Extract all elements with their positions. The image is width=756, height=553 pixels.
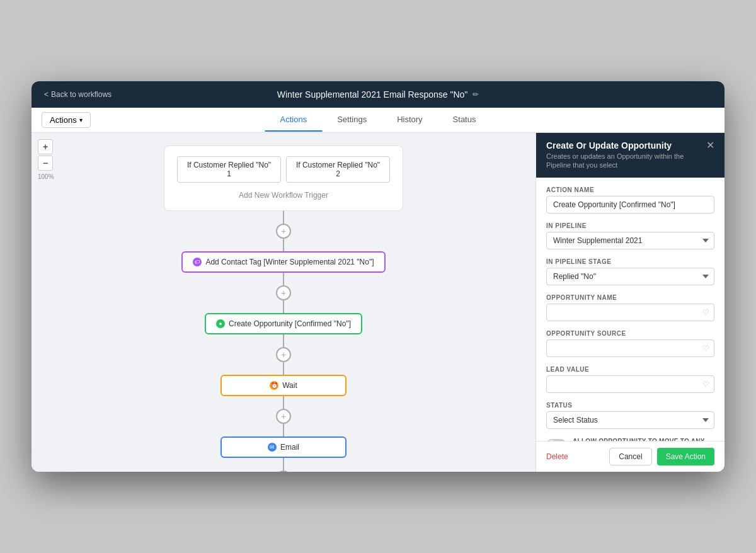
connector-4: + — [276, 396, 291, 436]
workflow-canvas: If Customer Replied "No" 1 If Customer R… — [32, 133, 536, 472]
panel-subtitle: Creates or updates an Opportunity within… — [546, 152, 706, 170]
connector-5: + — [276, 458, 291, 472]
connector-line — [283, 239, 284, 251]
in-pipeline-stage-select[interactable]: Replied "No" — [546, 268, 714, 285]
connector-line — [283, 458, 284, 470]
wait-node[interactable]: ⏰ Wait — [220, 375, 346, 396]
in-pipeline-label: IN PIPELINE — [546, 222, 714, 229]
zoom-level-label: 100% — [38, 173, 54, 180]
action-name-field-group: ACTION NAME — [546, 186, 714, 214]
panel-header-text: Create Or Update Opportunity Creates or … — [546, 140, 706, 170]
panel-footer: Delete Cancel Save Action — [536, 441, 724, 472]
opportunity-source-label: OPPORTUNITY SOURCE — [546, 330, 714, 337]
trigger-button-1[interactable]: If Customer Replied "No" 1 — [177, 156, 281, 183]
in-pipeline-field-group: IN PIPELINE Winter Supplemental 2021 — [546, 222, 714, 249]
panel-body: ACTION NAME IN PIPELINE Winter Supplemen… — [536, 178, 724, 441]
tab-bar: Actions Actions Settings History Status — [32, 108, 724, 133]
tabs-container: Actions Settings History Status — [265, 108, 491, 132]
lead-value-field-group: LEAD VALUE ♡ — [546, 366, 714, 393]
panel-header: Create Or Update Opportunity Creates or … — [536, 133, 724, 178]
opportunity-name-input[interactable] — [546, 304, 714, 321]
tag-node[interactable]: 🏷 Add Contact Tag [Winter Supplemental 2… — [181, 251, 385, 273]
email-icon: ✉ — [268, 443, 277, 452]
save-action-button[interactable]: Save Action — [657, 448, 714, 465]
status-field-group: STATUS Select Status — [546, 402, 714, 429]
opportunity-source-icon: ♡ — [702, 344, 709, 353]
delete-button[interactable]: Delete — [546, 452, 568, 461]
status-select[interactable]: Select Status — [546, 411, 714, 429]
cancel-button[interactable]: Cancel — [609, 448, 651, 465]
opportunity-name-input-wrapper: ♡ — [546, 304, 714, 321]
connector-3: + — [276, 334, 291, 375]
back-link[interactable]: Back to workflows — [44, 90, 112, 99]
add-node-button-5[interactable]: + — [276, 470, 291, 472]
add-node-button-4[interactable]: + — [276, 409, 291, 424]
tab-status[interactable]: Status — [438, 108, 491, 132]
tag-node-label: Add Contact Tag [Winter Supplemental 202… — [205, 258, 374, 266]
connector-2: + — [276, 273, 291, 313]
action-name-input[interactable] — [546, 196, 714, 214]
trigger-block: If Customer Replied "No" 1 If Customer R… — [164, 145, 403, 211]
edit-icon[interactable]: ✏ — [472, 90, 479, 99]
status-label: STATUS — [546, 402, 714, 409]
wait-node-label: Wait — [282, 381, 297, 390]
opportunity-source-input-wrapper: ♡ — [546, 339, 714, 357]
connector-line — [283, 424, 284, 436]
zoom-controls: + − 100% — [38, 139, 54, 180]
opportunity-name-field-group: OPPORTUNITY NAME ♡ — [546, 294, 714, 321]
canvas-area: + − 100% If Customer Replied "No" 1 If C… — [32, 133, 536, 472]
lead-value-input[interactable] — [546, 375, 714, 393]
tag-icon: 🏷 — [193, 258, 202, 266]
connector-line — [283, 396, 284, 409]
lead-value-input-wrapper: ♡ — [546, 375, 714, 393]
in-pipeline-stage-field-group: IN PIPELINE STAGE Replied "No" — [546, 258, 714, 285]
opportunity-node[interactable]: ● Create Opportunity [Confirmed "No"] — [205, 313, 362, 334]
opportunity-node-label: Create Opportunity [Confirmed "No"] — [229, 319, 351, 328]
connector-line — [283, 300, 284, 313]
opportunity-icon: ● — [216, 319, 225, 328]
email-node[interactable]: ✉ Email — [220, 436, 346, 458]
in-pipeline-stage-label: IN PIPELINE STAGE — [546, 258, 714, 265]
email-node-label: Email — [280, 443, 299, 452]
opportunity-name-label: OPPORTUNITY NAME — [546, 294, 714, 301]
connector-line — [283, 273, 284, 285]
opportunity-source-input[interactable] — [546, 339, 714, 357]
trigger-button-2[interactable]: If Customer Replied "No" 2 — [286, 156, 390, 183]
lead-value-label: LEAD VALUE — [546, 366, 714, 373]
zoom-out-button[interactable]: − — [38, 156, 53, 171]
add-node-button-2[interactable]: + — [276, 285, 291, 300]
connector-line — [283, 211, 284, 224]
panel-close-button[interactable]: ✕ — [706, 139, 714, 151]
main-area: + − 100% If Customer Replied "No" 1 If C… — [32, 133, 724, 472]
action-name-label: ACTION NAME — [546, 186, 714, 193]
in-pipeline-select[interactable]: Winter Supplemental 2021 — [546, 232, 714, 249]
connector-1: + — [276, 211, 291, 251]
opportunity-source-field-group: OPPORTUNITY SOURCE ♡ — [546, 330, 714, 357]
opportunity-name-icon: ♡ — [702, 308, 709, 317]
allow-previous-stage-toggle[interactable] — [546, 439, 566, 441]
zoom-in-button[interactable]: + — [38, 139, 53, 154]
top-bar: Back to workflows Winter Supplemental 20… — [32, 81, 724, 108]
footer-actions: Cancel Save Action — [609, 448, 714, 465]
add-node-button-3[interactable]: + — [276, 347, 291, 362]
workflow-title: Winter Supplemental 2021 Email Response … — [277, 89, 479, 100]
right-panel: Create Or Update Opportunity Creates or … — [536, 133, 724, 472]
connector-line — [283, 362, 284, 375]
connector-line — [283, 334, 284, 347]
trigger-buttons-container: If Customer Replied "No" 1 If Customer R… — [177, 156, 390, 183]
wait-icon: ⏰ — [270, 381, 278, 390]
add-trigger-link[interactable]: Add New Workflow Trigger — [239, 191, 328, 200]
tab-history[interactable]: History — [382, 108, 437, 132]
tab-settings[interactable]: Settings — [322, 108, 382, 132]
lead-value-icon: ♡ — [702, 380, 709, 389]
tab-actions[interactable]: Actions — [265, 108, 323, 132]
panel-title: Create Or Update Opportunity — [546, 140, 706, 151]
add-node-button-1[interactable]: + — [276, 224, 291, 239]
actions-dropdown-button[interactable]: Actions — [42, 112, 91, 128]
